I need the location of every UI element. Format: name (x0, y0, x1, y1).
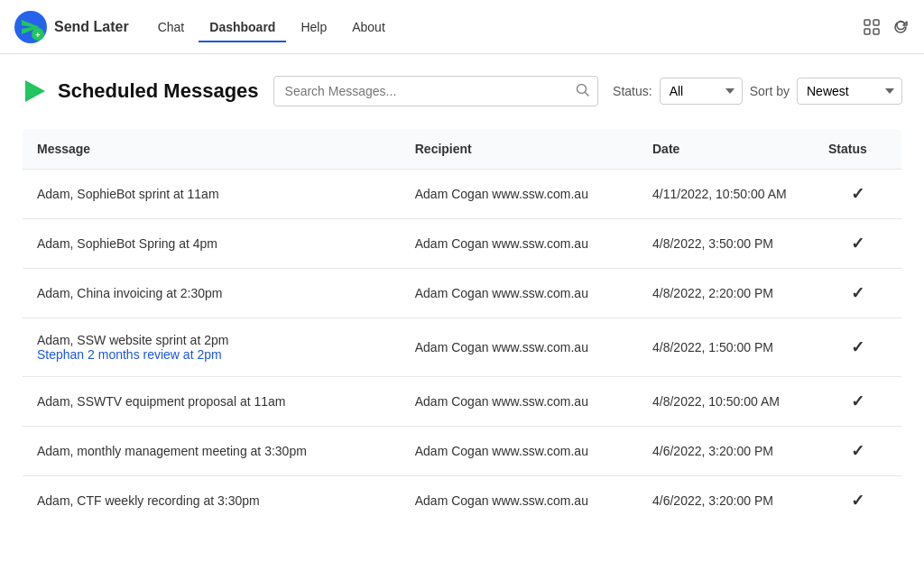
page-title-area: Scheduled Messages (22, 78, 259, 104)
message-secondary: Stephan 2 months review at 2pm (37, 347, 386, 362)
nav-chat[interactable]: Chat (147, 13, 196, 41)
status-cell: ✓ (814, 318, 902, 377)
svg-rect-4 (864, 20, 870, 25)
date-cell: 4/8/2022, 3:50:00 PM (638, 219, 814, 269)
status-cell: ✓ (814, 377, 902, 427)
status-checkmark: ✓ (851, 185, 864, 203)
status-cell: ✓ (814, 427, 902, 476)
refresh-icon[interactable] (892, 18, 910, 36)
sort-label: Sort by (750, 84, 790, 98)
recipient-cell: Adam Cogan www.ssw.com.au (401, 269, 638, 318)
message-primary: Adam, monthly management meeting at 3:30… (37, 444, 307, 458)
status-checkmark: ✓ (851, 235, 864, 253)
message-primary: Adam, SophieBot Spring at 4pm (37, 236, 217, 251)
nav-dashboard[interactable]: Dashboard (199, 13, 286, 41)
status-cell: ✓ (814, 219, 902, 269)
svg-text:+: + (35, 31, 40, 40)
table-row: Adam, monthly management meeting at 3:30… (23, 427, 902, 476)
date-cell: 4/11/2022, 10:50:00 AM (638, 170, 814, 219)
message-primary: Adam, SSW website sprint at 2pm (37, 333, 228, 347)
svg-rect-7 (873, 29, 879, 34)
status-select[interactable]: All Sent Pending Failed (660, 78, 743, 105)
status-cell: ✓ (814, 170, 902, 219)
status-checkmark: ✓ (851, 392, 864, 410)
status-checkmark: ✓ (851, 442, 864, 460)
recipient-cell: Adam Cogan www.ssw.com.au (401, 476, 638, 526)
date-cell: 4/6/2022, 3:20:00 PM (638, 476, 814, 526)
sort-select[interactable]: Newest Oldest Alphabetical (797, 78, 902, 105)
status-checkmark: ✓ (851, 284, 864, 302)
page-title: Scheduled Messages (58, 79, 259, 103)
table-row: Adam, SophieBot Spring at 4pmAdam Cogan … (23, 219, 902, 269)
nav-help[interactable]: Help (290, 13, 337, 41)
svg-marker-8 (25, 80, 45, 102)
message-cell[interactable]: Adam, SSWTV equipment proposal at 11am (23, 377, 401, 427)
search-container (273, 76, 599, 106)
message-cell[interactable]: Adam, China invoicing at 2:30pm (23, 269, 401, 318)
main-content: Scheduled Messages Status: All Sent Pend… (0, 54, 924, 526)
recipient-cell: Adam Cogan www.ssw.com.au (401, 318, 638, 377)
message-primary: Adam, CTF weekly recording at 3:30pm (37, 493, 260, 508)
table-row: Adam, SSWTV equipment proposal at 11amAd… (23, 377, 902, 427)
message-cell[interactable]: Adam, SophieBot sprint at 11am (23, 170, 401, 219)
nav-about[interactable]: About (341, 13, 396, 41)
message-cell[interactable]: Adam, SSW website sprint at 2pmStephan 2… (23, 318, 401, 377)
status-label: Status: (613, 84, 652, 98)
main-nav: Chat Dashboard Help About (147, 13, 396, 41)
status-checkmark: ✓ (851, 338, 864, 356)
date-cell: 4/8/2022, 1:50:00 PM (638, 318, 814, 377)
logo-area: + Send Later (14, 11, 129, 43)
svg-rect-5 (873, 20, 879, 25)
message-primary: Adam, China invoicing at 2:30pm (37, 286, 222, 300)
status-cell: ✓ (814, 476, 902, 526)
message-primary: Adam, SSWTV equipment proposal at 11am (37, 394, 285, 409)
messages-list: Adam, SophieBot sprint at 11amAdam Cogan… (23, 170, 902, 526)
message-cell[interactable]: Adam, monthly management meeting at 3:30… (23, 427, 401, 476)
recipient-cell: Adam Cogan www.ssw.com.au (401, 170, 638, 219)
svg-rect-6 (864, 29, 870, 34)
status-checkmark: ✓ (851, 492, 864, 510)
recipient-cell: Adam Cogan www.ssw.com.au (401, 219, 638, 269)
col-header-date: Date (638, 129, 814, 170)
table-header-row: Message Recipient Date Status (23, 129, 902, 170)
titlebar: + Send Later Chat Dashboard Help About (0, 0, 924, 54)
table-row: Adam, SSW website sprint at 2pmStephan 2… (23, 318, 902, 377)
search-input[interactable] (273, 76, 599, 106)
col-header-recipient: Recipient (401, 129, 638, 170)
col-header-status: Status (814, 129, 902, 170)
grid-icon[interactable] (863, 18, 881, 36)
col-header-message: Message (23, 129, 401, 170)
date-cell: 4/8/2022, 2:20:00 PM (638, 269, 814, 318)
date-cell: 4/8/2022, 10:50:00 AM (638, 377, 814, 427)
titlebar-right (863, 18, 910, 36)
message-primary: Adam, SophieBot sprint at 11am (37, 187, 219, 201)
recipient-cell: Adam Cogan www.ssw.com.au (401, 427, 638, 476)
app-logo: + (14, 11, 47, 43)
app-name: Send Later (54, 19, 129, 35)
table-row: Adam, China invoicing at 2:30pmAdam Coga… (23, 269, 902, 318)
page-header: Scheduled Messages Status: All Sent Pend… (22, 76, 902, 106)
message-cell[interactable]: Adam, CTF weekly recording at 3:30pm (23, 476, 401, 526)
recipient-cell: Adam Cogan www.ssw.com.au (401, 377, 638, 427)
play-icon (22, 78, 47, 104)
filter-area: Status: All Sent Pending Failed Sort by … (613, 78, 902, 105)
message-cell[interactable]: Adam, SophieBot Spring at 4pm (23, 219, 401, 269)
date-cell: 4/6/2022, 3:20:00 PM (638, 427, 814, 476)
messages-table: Message Recipient Date Status Adam, Soph… (22, 128, 902, 526)
table-row: Adam, CTF weekly recording at 3:30pmAdam… (23, 476, 902, 526)
status-cell: ✓ (814, 269, 902, 318)
table-row: Adam, SophieBot sprint at 11amAdam Cogan… (23, 170, 902, 219)
